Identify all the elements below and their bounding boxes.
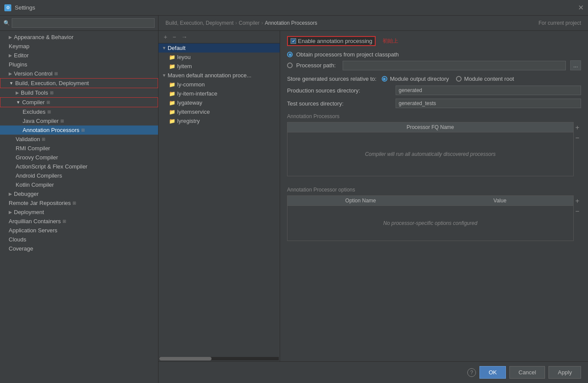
item-badge: ⊞ <box>42 137 45 142</box>
tree-node-lyitemservice[interactable]: 📁 lyitemservice <box>159 107 280 116</box>
sidebar-item-label: Arquillian Containers <box>9 218 61 225</box>
tree-scroll-thumb[interactable] <box>159 357 211 360</box>
sidebar-item-annotation-processors[interactable]: Annotation Processors ⊞ <box>0 125 158 135</box>
annotation-processors-section-title: Annotation Processors <box>287 113 581 119</box>
radio-module-content-row[interactable]: Module content root <box>456 76 514 82</box>
node-label: leyou <box>177 54 191 60</box>
production-sources-input[interactable] <box>396 86 581 95</box>
test-sources-input[interactable] <box>396 99 581 108</box>
tree-node-ly-common[interactable]: 📁 ly-common <box>159 80 280 89</box>
sidebar-item-plugins[interactable]: Plugins <box>0 60 158 69</box>
production-sources-label: Production sources directory: <box>287 87 396 94</box>
radio-path-row[interactable]: Processor path: ... <box>287 60 581 70</box>
radio-classpath-row[interactable]: Obtain processors from project classpath <box>287 51 581 58</box>
node-label: lyitemservice <box>177 109 210 115</box>
ok-button[interactable]: OK <box>479 366 506 379</box>
tree-node-lyitem[interactable]: 📁 lyitem <box>159 62 280 71</box>
table-side-buttons-processors: + − <box>574 122 581 182</box>
sidebar-item-debugger[interactable]: ▶ Debugger <box>0 189 158 198</box>
sidebar-item-keymap[interactable]: Keymap <box>0 42 158 51</box>
sidebar-item-compiler[interactable]: ▼ Compiler ⊞ <box>0 97 158 107</box>
sidebar-item-app-servers[interactable]: Application Servers <box>0 226 158 235</box>
tree-node-lyregistry[interactable]: 📁 lyregistry <box>159 116 280 125</box>
sidebar-item-build-exec[interactable]: ▼ Build, Execution, Deployment <box>0 78 158 88</box>
radio-classpath-label: Obtain processors from project classpath <box>296 51 399 58</box>
sidebar-item-version-control[interactable]: ▶ Version Control ⊞ <box>0 69 158 78</box>
enable-checkbox-container: ✓ Enable annotation processing <box>287 36 376 46</box>
cancel-button[interactable]: Cancel <box>509 366 545 379</box>
sidebar: 🔍 ▶ Appearance & Behavior Keymap ▶ Edito… <box>0 16 159 383</box>
sidebar-item-arquillian[interactable]: Arquillian Containers ⊞ <box>0 217 158 226</box>
processor-empty-text: Compiler will run all automatically disc… <box>365 151 496 157</box>
sidebar-item-label: Validation <box>16 136 40 142</box>
production-sources-row: Production sources directory: <box>287 86 581 95</box>
navigate-button[interactable]: → <box>179 33 189 41</box>
radio-path[interactable] <box>287 63 293 68</box>
sidebar-item-groovy-compiler[interactable]: Groovy Compiler <box>0 153 158 162</box>
tree-node-ly-item-interface[interactable]: 📁 ly-item-interface <box>159 89 280 98</box>
sidebar-item-label: Groovy Compiler <box>16 154 58 161</box>
item-badge: ⊞ <box>81 128 85 132</box>
sidebar-item-label: Editor <box>14 52 29 59</box>
sidebar-item-label: Deployment <box>14 209 44 215</box>
sidebar-item-actionscript[interactable]: ActionScript & Flex Compiler <box>0 162 158 171</box>
sidebar-item-coverage[interactable]: Coverage <box>0 244 158 253</box>
tree-node-lygateway[interactable]: 📁 lygateway <box>159 98 280 107</box>
radio-module-content[interactable] <box>456 76 462 82</box>
add-button[interactable]: + <box>162 33 169 41</box>
search-input[interactable] <box>12 18 155 28</box>
tree-toolbar: + − → <box>159 31 280 43</box>
arrow-icon: ▶ <box>9 71 12 76</box>
tree-node-default[interactable]: ▼ Default <box>159 43 280 53</box>
sidebar-item-deployment[interactable]: ▶ Deployment <box>0 208 158 217</box>
sidebar-item-label: Version Control <box>14 70 53 77</box>
tree-node-leyou[interactable]: 📁 leyou <box>159 53 280 62</box>
add-processor-button[interactable]: + <box>575 123 580 132</box>
breadcrumb-item-3: Annotation Processors <box>265 20 317 26</box>
node-label: Default <box>168 45 185 51</box>
radio-dot <box>383 78 386 80</box>
processor-path-browse[interactable]: ... <box>570 60 581 70</box>
sidebar-item-build-tools[interactable]: ▶ Build Tools ⊞ <box>0 88 158 97</box>
node-label: lygateway <box>177 99 202 106</box>
enable-checkbox[interactable]: ✓ <box>291 38 296 44</box>
sidebar-item-appearance[interactable]: ▶ Appearance & Behavior <box>0 33 158 42</box>
sidebar-item-clouds[interactable]: Clouds <box>0 235 158 244</box>
breadcrumb: Build, Execution, Deployment › Compiler … <box>159 16 588 31</box>
node-label: Maven default annotation proce... <box>168 72 251 79</box>
item-badge: ⊞ <box>46 100 50 105</box>
remove-processor-button[interactable]: − <box>575 133 580 143</box>
sidebar-item-android-compilers[interactable]: Android Compilers <box>0 171 158 180</box>
radio-classpath[interactable] <box>287 52 293 57</box>
help-icon[interactable]: ? <box>467 368 476 377</box>
sidebar-item-kotlin-compiler[interactable]: Kotlin Compiler <box>0 180 158 189</box>
table-body-processors: Compiler will run all automatically disc… <box>287 132 573 176</box>
close-icon[interactable]: ✕ <box>578 3 584 12</box>
remove-option-button[interactable]: − <box>575 207 580 216</box>
tree-scrollbar[interactable] <box>159 357 279 360</box>
sidebar-item-remote-jar[interactable]: Remote Jar Repositories ⊞ <box>0 198 158 208</box>
item-badge: ⊞ <box>47 109 51 114</box>
processor-path-input[interactable] <box>343 61 566 70</box>
remove-button[interactable]: − <box>171 33 178 41</box>
add-option-button[interactable]: + <box>575 196 580 206</box>
arrow-icon: ▶ <box>9 210 12 215</box>
sidebar-item-validation[interactable]: Validation ⊞ <box>0 135 158 144</box>
radio-module-output-row[interactable]: Module output directory <box>382 76 449 82</box>
folder-icon: 📁 <box>169 63 175 69</box>
tree-node-maven-default[interactable]: ▼ Maven default annotation proce... <box>159 71 280 80</box>
arrow-icon: ▶ <box>9 53 12 58</box>
sidebar-item-label: Remote Jar Repositories <box>9 200 71 206</box>
apply-button[interactable]: Apply <box>548 366 581 379</box>
search-bar: 🔍 <box>0 16 158 31</box>
sidebar-item-editor[interactable]: ▶ Editor <box>0 51 158 60</box>
sidebar-item-excludes[interactable]: Excludes ⊞ <box>0 107 158 116</box>
bottom-bar: ? OK Cancel Apply <box>159 361 588 383</box>
sidebar-item-rmi-compiler[interactable]: RMI Compiler <box>0 144 158 153</box>
store-generated-label: Store generated sources relative to: <box>287 76 377 82</box>
sidebar-item-java-compiler[interactable]: Java Compiler ⊞ <box>0 116 158 125</box>
settings-panel: ✓ Enable annotation processing 初始上 Obtai… <box>280 31 588 361</box>
radio-module-output[interactable] <box>382 76 387 82</box>
node-label: ly-item-interface <box>177 90 217 97</box>
item-badge: ⊞ <box>50 90 53 95</box>
